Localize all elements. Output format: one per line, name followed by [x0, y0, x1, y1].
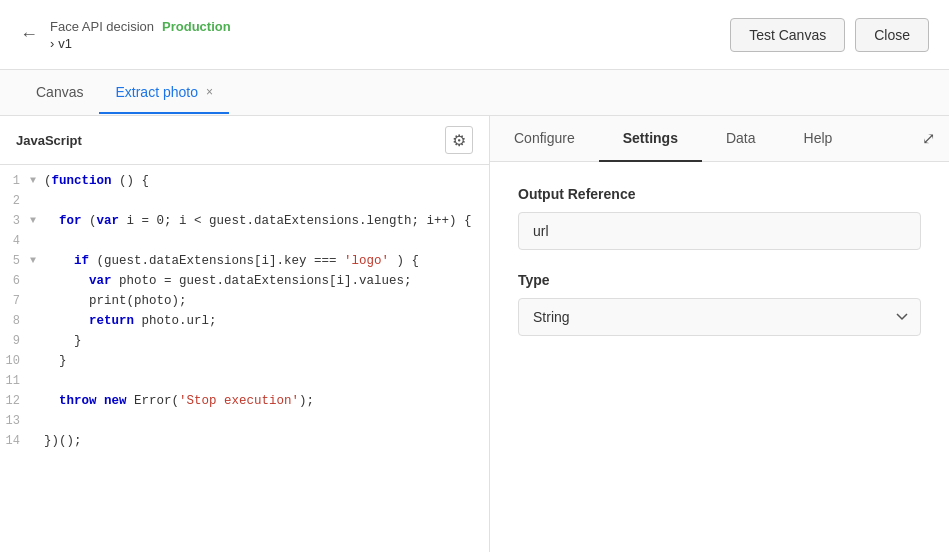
code-line: 7 print(photo); [0, 293, 489, 313]
code-line: 12 throw new Error('Stop execution'); [0, 393, 489, 413]
canvas-tab-label: Canvas [36, 84, 83, 100]
type-label: Type [518, 272, 921, 288]
header-info: Face API decision Production › v1 [50, 19, 231, 51]
right-panel: Configure Settings Data Help ⤢ Output Re… [490, 116, 949, 552]
back-button[interactable]: ← [20, 24, 38, 45]
type-select[interactable]: String Number Boolean Array Object [518, 298, 921, 336]
data-tab-label: Data [726, 130, 756, 146]
code-line: 5 ▼ if (guest.dataExtensions[i].key === … [0, 253, 489, 273]
configure-tab-label: Configure [514, 130, 575, 146]
header: ← Face API decision Production › v1 Test… [0, 0, 949, 70]
version-chevron-icon: › [50, 36, 54, 51]
code-panel-header: JavaScript ⚙ [0, 116, 489, 165]
tab-canvas[interactable]: Canvas [20, 72, 99, 114]
tabs-row: Canvas Extract photo × [0, 70, 949, 116]
tab-close-icon[interactable]: × [206, 85, 213, 99]
code-line: 8 return photo.url; [0, 313, 489, 333]
close-button[interactable]: Close [855, 18, 929, 52]
tab-data[interactable]: Data [702, 116, 780, 162]
output-reference-label: Output Reference [518, 186, 921, 202]
test-canvas-button[interactable]: Test Canvas [730, 18, 845, 52]
code-line: 10 } [0, 353, 489, 373]
code-line: 6 var photo = guest.dataExtensions[i].va… [0, 273, 489, 293]
code-language-label: JavaScript [16, 133, 82, 148]
back-arrow-icon: ← [20, 24, 38, 45]
tab-configure[interactable]: Configure [490, 116, 599, 162]
type-select-wrapper: String Number Boolean Array Object [518, 298, 921, 336]
header-left: ← Face API decision Production › v1 [20, 19, 231, 51]
code-line: 4 [0, 233, 489, 253]
code-line: 11 [0, 373, 489, 393]
tab-settings[interactable]: Settings [599, 116, 702, 162]
header-badge: Production [162, 19, 231, 34]
code-panel: JavaScript ⚙ 1 ▼ (function () { 2 3 ▼ [0, 116, 490, 552]
version-label: v1 [58, 36, 72, 51]
header-version: › v1 [50, 36, 231, 51]
gear-icon: ⚙ [452, 131, 466, 150]
code-line: 2 [0, 193, 489, 213]
expand-button[interactable]: ⤢ [908, 116, 949, 161]
tab-extract-photo[interactable]: Extract photo × [99, 72, 229, 114]
code-line: 9 } [0, 333, 489, 353]
main-content: JavaScript ⚙ 1 ▼ (function () { 2 3 ▼ [0, 116, 949, 552]
header-title-row: Face API decision Production [50, 19, 231, 34]
code-line: 3 ▼ for (var i = 0; i < guest.dataExtens… [0, 213, 489, 233]
tab-help[interactable]: Help [780, 116, 857, 162]
settings-content: Output Reference Type String Number Bool… [490, 162, 949, 552]
code-editor[interactable]: 1 ▼ (function () { 2 3 ▼ for (var i = 0;… [0, 165, 489, 552]
output-reference-input[interactable] [518, 212, 921, 250]
code-line: 1 ▼ (function () { [0, 173, 489, 193]
code-line: 13 [0, 413, 489, 433]
extract-photo-tab-label: Extract photo [115, 84, 198, 100]
settings-tab-label: Settings [623, 130, 678, 146]
expand-icon: ⤢ [922, 129, 935, 148]
gear-button[interactable]: ⚙ [445, 126, 473, 154]
code-line: 14 })(); [0, 433, 489, 453]
help-tab-label: Help [804, 130, 833, 146]
header-right: Test Canvas Close [730, 18, 929, 52]
header-title: Face API decision [50, 19, 154, 34]
right-tabs-row: Configure Settings Data Help ⤢ [490, 116, 949, 162]
